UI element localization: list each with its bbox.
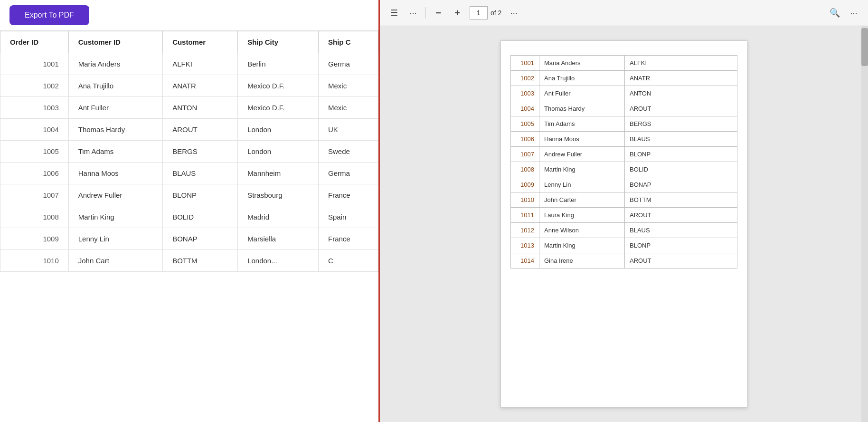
pdf-cell-order-id: 1003 bbox=[511, 86, 539, 101]
col-ship-country: Ship C bbox=[319, 31, 378, 53]
pdf-cell-customer-id: BLONP bbox=[625, 147, 737, 162]
cell-ship-city: London bbox=[238, 119, 319, 141]
cell-order-id: 1010 bbox=[0, 250, 69, 272]
pdf-table-row: 1002 Ana Trujillo ANATR bbox=[511, 71, 737, 86]
cell-order-id: 1008 bbox=[0, 206, 69, 228]
pdf-table-row: 1009 Lenny Lin BONAP bbox=[511, 177, 737, 192]
cell-customer-id: ANTON bbox=[163, 97, 238, 119]
pdf-cell-customer-id: BLAUS bbox=[625, 223, 737, 238]
col-customer-id: Customer ID bbox=[68, 31, 162, 53]
scrollbar-thumb[interactable] bbox=[861, 28, 868, 66]
cell-ship-city: Mexico D.F. bbox=[238, 97, 319, 119]
left-panel: Export To PDF Order ID Customer ID Custo… bbox=[0, 0, 380, 422]
cell-ship-city: London... bbox=[238, 250, 319, 272]
pdf-cell-customer-id: BOLID bbox=[625, 162, 737, 177]
toolbar-more-icon-right[interactable]: ··· bbox=[507, 6, 520, 19]
pdf-cell-customer-id: AROUT bbox=[625, 101, 737, 116]
export-pdf-button[interactable]: Export To PDF bbox=[9, 5, 89, 25]
table-row: 1010 John Cart BOTTM London... C bbox=[0, 250, 378, 272]
pdf-table-row: 1005 Tim Adams BERGS bbox=[511, 116, 737, 132]
list-view-icon[interactable]: ☰ bbox=[387, 6, 401, 19]
cell-customer-name: Lenny Lin bbox=[68, 228, 162, 250]
pdf-data-table: 1001 Maria Anders ALFKI 1002 Ana Trujill… bbox=[510, 55, 737, 269]
pdf-cell-order-id: 1011 bbox=[511, 208, 539, 223]
cell-customer-name: Andrew Fuller bbox=[68, 184, 162, 206]
pdf-cell-order-id: 1009 bbox=[511, 177, 539, 192]
table-row: 1002 Ana Trujillo ANATR Mexico D.F. Mexi… bbox=[0, 75, 378, 97]
cell-ship-country: Swede bbox=[319, 141, 378, 163]
cell-ship-city: Marsiella bbox=[238, 228, 319, 250]
pdf-cell-customer: Laura King bbox=[539, 208, 625, 223]
cell-order-id: 1004 bbox=[0, 119, 69, 141]
search-icon[interactable]: 🔍 bbox=[828, 6, 841, 19]
pdf-cell-customer-id: ANATR bbox=[625, 71, 737, 86]
right-panel: ☰ ··· − + of 2 ··· 🔍 ··· 1001 Maria Ande… bbox=[380, 0, 868, 422]
pdf-table-row: 1001 Maria Anders ALFKI bbox=[511, 56, 737, 71]
cell-customer-id: BERGS bbox=[163, 141, 238, 163]
cell-order-id: 1006 bbox=[0, 163, 69, 184]
cell-ship-city: Madrid bbox=[238, 206, 319, 228]
pdf-cell-customer: Anne Wilson bbox=[539, 223, 625, 238]
cell-customer-name: Ant Fuller bbox=[68, 97, 162, 119]
table-row: 1003 Ant Fuller ANTON Mexico D.F. Mexic bbox=[0, 97, 378, 119]
pdf-viewer-content: 1001 Maria Anders ALFKI 1002 Ana Trujill… bbox=[380, 26, 868, 422]
pdf-cell-order-id: 1010 bbox=[511, 192, 539, 208]
cell-customer-id: BOLID bbox=[163, 206, 238, 228]
cell-order-id: 1003 bbox=[0, 97, 69, 119]
pdf-cell-customer: Martin King bbox=[539, 162, 625, 177]
cell-ship-country: Germa bbox=[319, 53, 378, 75]
cell-customer-name: Tim Adams bbox=[68, 141, 162, 163]
pdf-cell-customer: Thomas Hardy bbox=[539, 101, 625, 116]
cell-ship-city: London bbox=[238, 141, 319, 163]
options-icon[interactable]: ··· bbox=[847, 6, 860, 19]
pdf-cell-order-id: 1012 bbox=[511, 223, 539, 238]
pdf-cell-order-id: 1005 bbox=[511, 116, 539, 132]
cell-customer-id: AROUT bbox=[163, 119, 238, 141]
pdf-table-row: 1012 Anne Wilson BLAUS bbox=[511, 223, 737, 238]
pdf-cell-customer: Martin King bbox=[539, 238, 625, 253]
cell-order-id: 1009 bbox=[0, 228, 69, 250]
cell-order-id: 1007 bbox=[0, 184, 69, 206]
pdf-cell-customer-id: BONAP bbox=[625, 177, 737, 192]
toolbar-more-icon-left[interactable]: ··· bbox=[406, 6, 420, 19]
col-customer: Customer bbox=[163, 31, 238, 53]
right-scrollbar[interactable] bbox=[861, 26, 868, 422]
cell-customer-id: BLONP bbox=[163, 184, 238, 206]
pdf-cell-customer-id: ALFKI bbox=[625, 56, 737, 71]
pdf-cell-order-id: 1004 bbox=[511, 101, 539, 116]
pdf-cell-order-id: 1008 bbox=[511, 162, 539, 177]
left-toolbar: Export To PDF bbox=[0, 0, 378, 31]
left-data-table: Order ID Customer ID Customer Ship City … bbox=[0, 31, 378, 272]
cell-ship-country: Spain bbox=[319, 206, 378, 228]
zoom-in-button[interactable]: + bbox=[451, 6, 464, 19]
pdf-table-row: 1008 Martin King BOLID bbox=[511, 162, 737, 177]
cell-order-id: 1001 bbox=[0, 53, 69, 75]
cell-customer-id: BONAP bbox=[163, 228, 238, 250]
page-navigation: of 2 bbox=[470, 6, 501, 19]
page-number-input[interactable] bbox=[470, 6, 488, 19]
cell-ship-country: UK bbox=[319, 119, 378, 141]
pdf-cell-order-id: 1007 bbox=[511, 147, 539, 162]
cell-ship-country: France bbox=[319, 184, 378, 206]
table-row: 1004 Thomas Hardy AROUT London UK bbox=[0, 119, 378, 141]
cell-customer-id: ALFKI bbox=[163, 53, 238, 75]
cell-customer-name: Thomas Hardy bbox=[68, 119, 162, 141]
cell-customer-id: BLAUS bbox=[163, 163, 238, 184]
pdf-cell-customer: Tim Adams bbox=[539, 116, 625, 132]
cell-ship-city: Berlin bbox=[238, 53, 319, 75]
pdf-cell-customer: Maria Anders bbox=[539, 56, 625, 71]
cell-ship-city: Strasbourg bbox=[238, 184, 319, 206]
toolbar-divider-1 bbox=[425, 7, 426, 19]
table-row: 1006 Hanna Moos BLAUS Mannheim Germa bbox=[0, 163, 378, 184]
pdf-cell-order-id: 1006 bbox=[511, 132, 539, 147]
cell-ship-country: France bbox=[319, 228, 378, 250]
cell-order-id: 1005 bbox=[0, 141, 69, 163]
pdf-cell-order-id: 1014 bbox=[511, 253, 539, 269]
cell-order-id: 1002 bbox=[0, 75, 69, 97]
pdf-table-row: 1007 Andrew Fuller BLONP bbox=[511, 147, 737, 162]
zoom-out-button[interactable]: − bbox=[432, 6, 445, 19]
cell-customer-id: BOTTM bbox=[163, 250, 238, 272]
cell-customer-name: Ana Trujillo bbox=[68, 75, 162, 97]
pdf-cell-customer-id: BLONP bbox=[625, 238, 737, 253]
pdf-cell-customer: John Carter bbox=[539, 192, 625, 208]
